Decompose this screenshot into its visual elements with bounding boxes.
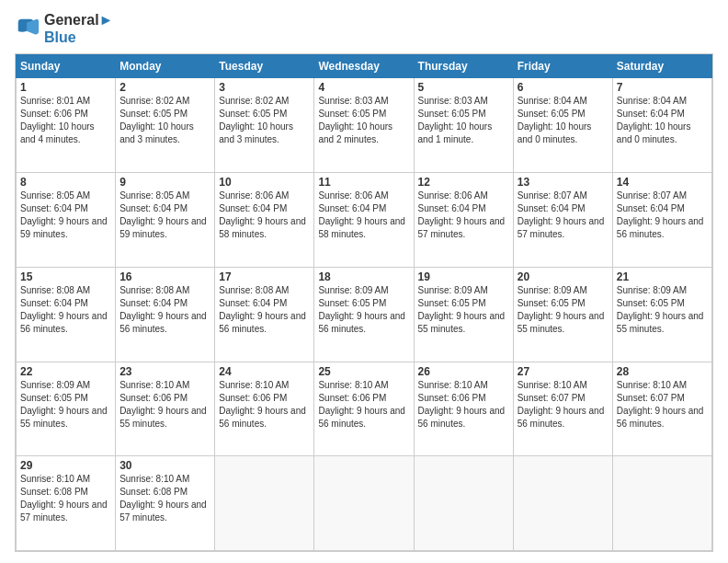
daylight-label: Daylight: 10 hours and 0 minutes.	[617, 121, 691, 144]
calendar: Sunday Monday Tuesday Wednesday Thursday…	[15, 53, 713, 552]
daylight-label: Daylight: 10 hours and 1 minute.	[418, 121, 493, 144]
daylight-label: Daylight: 9 hours and 56 minutes.	[518, 406, 605, 429]
sunrise-label: Sunrise: 8:10 AM	[119, 380, 189, 390]
daylight-label: Daylight: 9 hours and 55 minutes.	[119, 406, 207, 429]
sunrise-label: Sunrise: 8:07 AM	[617, 190, 687, 201]
sunrise-label: Sunrise: 8:03 AM	[318, 96, 388, 106]
table-row: 20 Sunrise: 8:09 AM Sunset: 6:05 PM Dayl…	[513, 267, 612, 362]
table-row: 14 Sunrise: 8:07 AM Sunset: 6:04 PM Dayl…	[612, 173, 711, 268]
table-row: 10 Sunrise: 8:06 AM Sunset: 6:04 PM Dayl…	[215, 173, 314, 268]
day-number: 22	[20, 365, 111, 378]
sunset-label: Sunset: 6:05 PM	[219, 109, 287, 119]
sunrise-label: Sunrise: 8:03 AM	[418, 96, 488, 106]
sunrise-label: Sunrise: 8:10 AM	[20, 474, 90, 484]
day-number: 12	[418, 176, 509, 189]
day-info: Sunrise: 8:10 AM Sunset: 6:07 PM Dayligh…	[518, 379, 609, 431]
table-row: 16 Sunrise: 8:08 AM Sunset: 6:04 PM Dayl…	[116, 267, 215, 362]
col-monday: Monday	[116, 55, 215, 78]
day-number: 23	[119, 365, 210, 378]
table-row: 12 Sunrise: 8:06 AM Sunset: 6:04 PM Dayl…	[414, 173, 513, 268]
sunset-label: Sunset: 6:06 PM	[20, 109, 88, 119]
sunrise-label: Sunrise: 8:04 AM	[617, 96, 687, 106]
table-row: 15 Sunrise: 8:08 AM Sunset: 6:04 PM Dayl…	[17, 267, 116, 362]
page: General► Blue Sunday Monday Tuesday Wedn…	[0, 0, 728, 563]
day-number: 21	[617, 270, 708, 283]
sunset-label: Sunset: 6:05 PM	[20, 393, 88, 403]
day-number: 20	[518, 270, 609, 283]
sunset-label: Sunset: 6:04 PM	[418, 203, 486, 213]
table-row: 17 Sunrise: 8:08 AM Sunset: 6:04 PM Dayl…	[215, 267, 314, 362]
table-row	[513, 456, 612, 551]
daylight-label: Daylight: 9 hours and 56 minutes.	[20, 311, 108, 334]
day-info: Sunrise: 8:10 AM Sunset: 6:07 PM Dayligh…	[617, 379, 708, 431]
logo-text: General► Blue	[44, 11, 113, 46]
daylight-label: Daylight: 9 hours and 56 minutes.	[318, 311, 405, 334]
day-number: 19	[418, 270, 509, 283]
sunset-label: Sunset: 6:06 PM	[119, 393, 188, 403]
day-number: 25	[318, 365, 409, 378]
table-row: 27 Sunrise: 8:10 AM Sunset: 6:07 PM Dayl…	[513, 362, 612, 456]
day-info: Sunrise: 8:07 AM Sunset: 6:04 PM Dayligh…	[518, 190, 609, 241]
daylight-label: Daylight: 10 hours and 3 minutes.	[119, 121, 194, 144]
daylight-label: Daylight: 9 hours and 57 minutes.	[518, 216, 605, 239]
daylight-label: Daylight: 9 hours and 55 minutes.	[617, 311, 704, 334]
day-number: 11	[318, 176, 409, 189]
sunset-label: Sunset: 6:06 PM	[318, 393, 386, 403]
sunrise-label: Sunrise: 8:09 AM	[318, 285, 388, 295]
day-number: 30	[119, 459, 210, 472]
day-number: 28	[617, 365, 708, 378]
day-number: 29	[20, 459, 111, 472]
table-row: 26 Sunrise: 8:10 AM Sunset: 6:06 PM Dayl…	[414, 362, 513, 456]
sunrise-label: Sunrise: 8:09 AM	[418, 285, 488, 295]
sunset-label: Sunset: 6:04 PM	[518, 203, 586, 213]
day-number: 18	[318, 270, 409, 283]
daylight-label: Daylight: 9 hours and 56 minutes.	[219, 311, 306, 334]
daylight-label: Daylight: 9 hours and 59 minutes.	[20, 216, 108, 239]
day-info: Sunrise: 8:06 AM Sunset: 6:04 PM Dayligh…	[418, 190, 509, 241]
daylight-label: Daylight: 10 hours and 2 minutes.	[318, 121, 392, 144]
day-info: Sunrise: 8:09 AM Sunset: 6:05 PM Dayligh…	[617, 284, 708, 336]
day-info: Sunrise: 8:09 AM Sunset: 6:05 PM Dayligh…	[318, 284, 409, 336]
sunset-label: Sunset: 6:07 PM	[617, 393, 685, 403]
sunset-label: Sunset: 6:05 PM	[518, 298, 586, 308]
table-row: 2 Sunrise: 8:02 AM Sunset: 6:05 PM Dayli…	[116, 78, 215, 173]
day-info: Sunrise: 8:06 AM Sunset: 6:04 PM Dayligh…	[318, 190, 409, 241]
header: General► Blue	[15, 11, 713, 46]
col-wednesday: Wednesday	[314, 55, 414, 78]
col-tuesday: Tuesday	[215, 55, 314, 78]
table-row	[612, 456, 711, 551]
daylight-label: Daylight: 9 hours and 59 minutes.	[119, 216, 207, 239]
day-info: Sunrise: 8:03 AM Sunset: 6:05 PM Dayligh…	[418, 95, 509, 146]
calendar-header-row: Sunday Monday Tuesday Wednesday Thursday…	[17, 55, 712, 78]
table-row: 5 Sunrise: 8:03 AM Sunset: 6:05 PM Dayli…	[414, 78, 513, 173]
day-number: 3	[219, 81, 310, 94]
day-number: 8	[20, 176, 111, 189]
calendar-week-row: 1 Sunrise: 8:01 AM Sunset: 6:06 PM Dayli…	[17, 78, 712, 173]
day-info: Sunrise: 8:09 AM Sunset: 6:05 PM Dayligh…	[20, 379, 111, 431]
table-row: 4 Sunrise: 8:03 AM Sunset: 6:05 PM Dayli…	[314, 78, 414, 173]
daylight-label: Daylight: 9 hours and 58 minutes.	[219, 216, 306, 239]
daylight-label: Daylight: 9 hours and 57 minutes.	[119, 500, 207, 523]
table-row: 3 Sunrise: 8:02 AM Sunset: 6:05 PM Dayli…	[215, 78, 314, 173]
sunrise-label: Sunrise: 8:10 AM	[119, 474, 189, 484]
daylight-label: Daylight: 9 hours and 56 minutes.	[219, 406, 306, 429]
day-number: 7	[617, 81, 708, 94]
table-row: 1 Sunrise: 8:01 AM Sunset: 6:06 PM Dayli…	[17, 78, 116, 173]
table-row: 22 Sunrise: 8:09 AM Sunset: 6:05 PM Dayl…	[17, 362, 116, 456]
sunrise-label: Sunrise: 8:02 AM	[219, 96, 289, 106]
day-number: 16	[119, 270, 210, 283]
day-info: Sunrise: 8:02 AM Sunset: 6:05 PM Dayligh…	[219, 95, 310, 146]
daylight-label: Daylight: 9 hours and 56 minutes.	[617, 406, 704, 429]
calendar-week-row: 8 Sunrise: 8:05 AM Sunset: 6:04 PM Dayli…	[17, 173, 712, 268]
logo: General► Blue	[15, 11, 113, 46]
daylight-label: Daylight: 9 hours and 56 minutes.	[119, 311, 207, 334]
day-info: Sunrise: 8:09 AM Sunset: 6:05 PM Dayligh…	[518, 284, 609, 336]
daylight-label: Daylight: 10 hours and 4 minutes.	[20, 121, 95, 144]
day-number: 5	[418, 81, 509, 94]
calendar-week-row: 15 Sunrise: 8:08 AM Sunset: 6:04 PM Dayl…	[17, 267, 712, 362]
sunrise-label: Sunrise: 8:06 AM	[318, 190, 388, 201]
sunrise-label: Sunrise: 8:08 AM	[119, 285, 189, 295]
sunrise-label: Sunrise: 8:10 AM	[318, 380, 388, 390]
calendar-week-row: 29 Sunrise: 8:10 AM Sunset: 6:08 PM Dayl…	[17, 456, 712, 551]
col-sunday: Sunday	[17, 55, 116, 78]
